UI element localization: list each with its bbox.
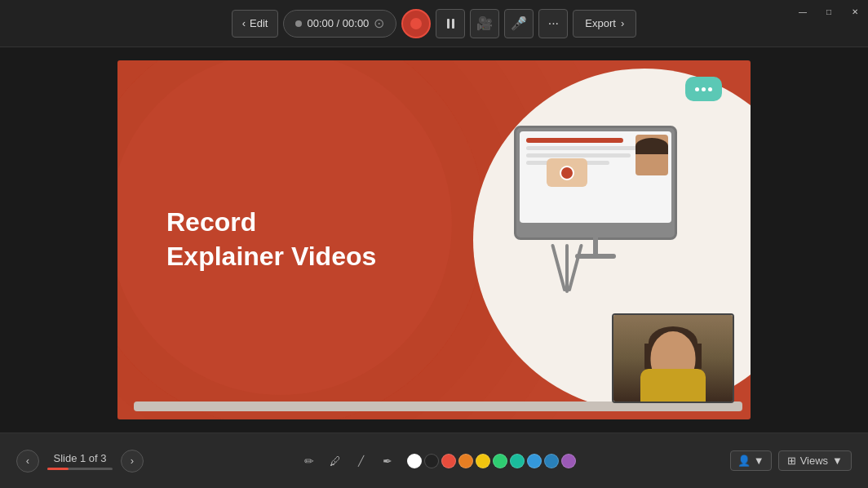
pause-button[interactable] bbox=[436, 9, 465, 38]
slide-text: Record Explainer Videos bbox=[166, 206, 376, 273]
next-slide-button[interactable]: › bbox=[121, 450, 144, 472]
pen-tool-button[interactable]: ✏ bbox=[298, 450, 321, 472]
timer-expand-icon: ⊙ bbox=[374, 16, 384, 31]
microphone-button[interactable]: 🎤 bbox=[504, 9, 534, 38]
slide-counter: Slide 1 of 3 bbox=[47, 452, 113, 464]
edit-label: Edit bbox=[250, 17, 268, 29]
laser-tool-button[interactable]: ✒ bbox=[376, 450, 399, 472]
person-layout-icon: 👤 bbox=[737, 455, 751, 467]
camera-button[interactable]: 🎥 bbox=[470, 9, 499, 38]
monitor-base bbox=[575, 254, 616, 259]
monitor-person-thumbnail bbox=[636, 135, 668, 175]
record-button[interactable] bbox=[401, 9, 431, 38]
minimize-button[interactable]: — bbox=[790, 0, 816, 23]
color-red[interactable] bbox=[441, 454, 456, 468]
views-button[interactable]: ⊞ Views ▼ bbox=[778, 450, 852, 471]
pen-icon: ✏ bbox=[304, 455, 314, 468]
right-controls: 👤 ▼ ⊞ Views ▼ bbox=[730, 450, 852, 471]
cam-dropdown-icon: ▼ bbox=[754, 455, 764, 467]
export-label: Export bbox=[585, 17, 616, 29]
bubble-dot-2 bbox=[702, 87, 706, 91]
color-green[interactable] bbox=[493, 454, 507, 468]
views-label: Views bbox=[800, 455, 828, 467]
color-swatches bbox=[407, 454, 576, 468]
color-black[interactable] bbox=[424, 454, 439, 468]
color-teal[interactable] bbox=[510, 454, 525, 468]
timer-value: 00:00 / 00:00 bbox=[307, 17, 369, 29]
timer-display: 00:00 / 00:00 ⊙ bbox=[283, 10, 396, 38]
monitor-bar-1 bbox=[526, 138, 623, 143]
more-icon: ··· bbox=[548, 16, 559, 31]
more-options-button[interactable]: ··· bbox=[538, 9, 568, 38]
slide-title-line1: Record bbox=[166, 206, 376, 240]
timer-dot bbox=[295, 20, 302, 27]
monitor-bar-3 bbox=[526, 153, 631, 157]
back-arrow-icon: ‹ bbox=[242, 17, 246, 29]
views-dropdown-icon: ▼ bbox=[832, 455, 843, 467]
slide-title-line2: Explainer Videos bbox=[166, 240, 376, 274]
maximize-button[interactable]: □ bbox=[816, 0, 842, 23]
bubble-dot-3 bbox=[708, 87, 712, 91]
export-arrow-icon: › bbox=[621, 17, 624, 29]
slide-progress-bar bbox=[47, 468, 113, 470]
tripod-legs bbox=[547, 187, 587, 244]
monitor-bar-2 bbox=[526, 146, 644, 150]
prev-arrow-icon: ‹ bbox=[26, 455, 29, 467]
eraser-tool-button[interactable]: ╱ bbox=[350, 450, 373, 472]
webcam-overlay bbox=[612, 313, 734, 403]
color-dark-blue[interactable] bbox=[544, 454, 559, 468]
speech-bubble bbox=[685, 77, 722, 101]
highlighter-tool-button[interactable]: 🖊 bbox=[324, 450, 347, 472]
close-button[interactable]: ✕ bbox=[842, 0, 868, 23]
prev-slide-button[interactable]: ‹ bbox=[16, 450, 39, 472]
camera-body bbox=[547, 158, 587, 187]
slide-counter-group: Slide 1 of 3 bbox=[47, 452, 113, 470]
color-blue[interactable] bbox=[527, 454, 542, 468]
eraser-icon: ╱ bbox=[358, 455, 364, 467]
slide-progress-fill bbox=[47, 468, 69, 470]
views-grid-icon: ⊞ bbox=[787, 455, 796, 467]
camera-lens bbox=[560, 166, 574, 180]
bubble-dot-1 bbox=[695, 87, 699, 91]
top-toolbar: — □ ✕ ‹ Edit 00:00 / 00:00 ⊙ 🎥 🎤 ··· Exp… bbox=[0, 0, 868, 47]
color-yellow[interactable] bbox=[476, 454, 490, 468]
export-button[interactable]: Export › bbox=[573, 10, 636, 38]
edit-button[interactable]: ‹ Edit bbox=[232, 10, 279, 38]
pause-icon bbox=[447, 19, 454, 29]
camera-layout-toggle[interactable]: 👤 ▼ bbox=[730, 450, 772, 471]
highlighter-icon: 🖊 bbox=[330, 455, 341, 468]
laser-icon: ✒ bbox=[383, 455, 392, 468]
monitor-body bbox=[514, 126, 677, 240]
person-body bbox=[640, 369, 706, 401]
monitor-stand bbox=[593, 237, 598, 254]
color-purple[interactable] bbox=[561, 454, 576, 468]
next-arrow-icon: › bbox=[131, 455, 134, 467]
person-hair-thumb bbox=[636, 138, 668, 154]
camera-icon: 🎥 bbox=[476, 16, 493, 31]
record-indicator bbox=[410, 18, 422, 29]
microphone-icon: 🎤 bbox=[511, 16, 527, 31]
window-controls: — □ ✕ bbox=[790, 0, 868, 23]
camera-tripod-illustration bbox=[547, 158, 587, 244]
slide-container: Record Explainer Videos bbox=[117, 60, 751, 419]
slide-navigation: ‹ Slide 1 of 3 › bbox=[16, 450, 144, 472]
bottom-toolbar: ‹ Slide 1 of 3 › ✏ 🖊 ╱ ✒ bbox=[0, 433, 868, 488]
color-orange[interactable] bbox=[458, 454, 473, 468]
webcam-person-view bbox=[613, 315, 733, 401]
drawing-tools: ✏ 🖊 ╱ ✒ bbox=[298, 450, 576, 472]
main-area: Record Explainer Videos bbox=[0, 47, 868, 433]
color-white[interactable] bbox=[407, 454, 422, 468]
